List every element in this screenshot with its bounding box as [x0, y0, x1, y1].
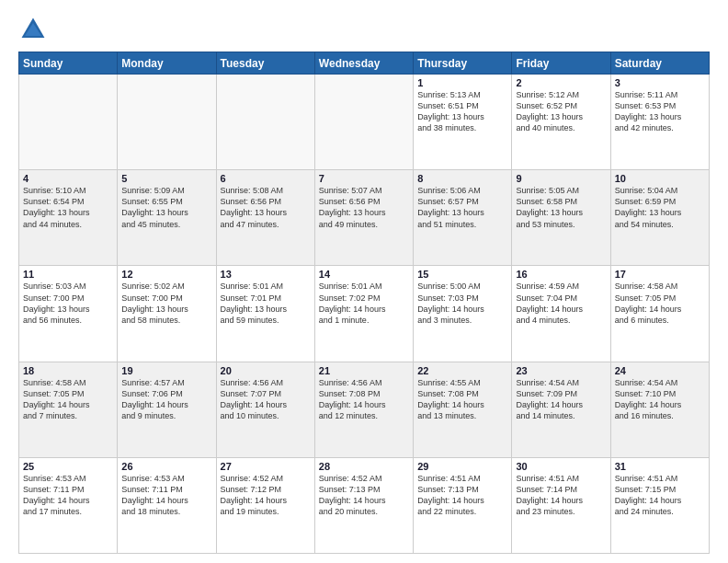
day-number: 13 [221, 269, 311, 280]
day-number: 5 [121, 173, 211, 184]
calendar-cell: 24Sunrise: 4:54 AM Sunset: 7:10 PM Dayli… [610, 362, 709, 457]
day-number: 9 [516, 173, 606, 184]
day-info: Sunrise: 4:56 AM Sunset: 7:08 PM Dayligh… [319, 377, 409, 422]
day-info: Sunrise: 5:03 AM Sunset: 7:00 PM Dayligh… [23, 281, 113, 326]
day-info: Sunrise: 5:06 AM Sunset: 6:57 PM Dayligh… [417, 185, 507, 230]
calendar-cell: 2Sunrise: 5:12 AM Sunset: 6:52 PM Daylig… [512, 75, 610, 170]
day-number: 30 [516, 461, 606, 472]
day-info: Sunrise: 5:01 AM Sunset: 7:01 PM Dayligh… [221, 281, 311, 326]
day-number: 7 [319, 173, 409, 184]
calendar-cell: 23Sunrise: 4:54 AM Sunset: 7:09 PM Dayli… [512, 362, 610, 457]
day-number: 2 [516, 77, 606, 88]
day-header-monday: Monday [118, 52, 216, 75]
day-number: 21 [319, 365, 409, 376]
calendar-cell: 16Sunrise: 4:59 AM Sunset: 7:04 PM Dayli… [512, 266, 610, 362]
day-number: 19 [121, 365, 211, 376]
calendar-cell: 7Sunrise: 5:07 AM Sunset: 6:56 PM Daylig… [314, 170, 413, 266]
day-number: 25 [23, 461, 113, 472]
calendar-cell: 19Sunrise: 4:57 AM Sunset: 7:06 PM Dayli… [118, 362, 216, 457]
day-info: Sunrise: 5:13 AM Sunset: 6:51 PM Dayligh… [417, 89, 507, 134]
calendar-cell: 27Sunrise: 4:52 AM Sunset: 7:12 PM Dayli… [216, 457, 314, 553]
day-info: Sunrise: 5:00 AM Sunset: 7:03 PM Dayligh… [417, 281, 507, 326]
calendar-cell: 3Sunrise: 5:11 AM Sunset: 6:53 PM Daylig… [610, 75, 709, 170]
calendar-cell: 17Sunrise: 4:58 AM Sunset: 7:05 PM Dayli… [610, 266, 709, 362]
day-info: Sunrise: 4:53 AM Sunset: 7:11 PM Dayligh… [23, 473, 113, 518]
calendar-week-1: 1Sunrise: 5:13 AM Sunset: 6:51 PM Daylig… [19, 75, 710, 170]
day-number: 6 [221, 173, 311, 184]
day-number: 28 [319, 461, 409, 472]
day-number: 4 [23, 173, 113, 184]
calendar-cell: 15Sunrise: 5:00 AM Sunset: 7:03 PM Dayli… [414, 266, 512, 362]
day-info: Sunrise: 5:04 AM Sunset: 6:59 PM Dayligh… [615, 185, 705, 230]
day-number: 1 [417, 77, 507, 88]
day-number: 31 [615, 461, 705, 472]
calendar-cell [314, 75, 413, 170]
day-number: 12 [121, 269, 211, 280]
calendar-cell: 29Sunrise: 4:51 AM Sunset: 7:13 PM Dayli… [414, 457, 512, 553]
day-info: Sunrise: 5:08 AM Sunset: 6:56 PM Dayligh… [221, 185, 311, 230]
day-info: Sunrise: 4:55 AM Sunset: 7:08 PM Dayligh… [417, 377, 507, 422]
day-number: 3 [615, 77, 705, 88]
day-number: 23 [516, 365, 606, 376]
day-info: Sunrise: 4:51 AM Sunset: 7:13 PM Dayligh… [417, 473, 507, 518]
day-info: Sunrise: 5:09 AM Sunset: 6:55 PM Dayligh… [121, 185, 211, 230]
day-header-wednesday: Wednesday [314, 52, 413, 75]
day-info: Sunrise: 5:11 AM Sunset: 6:53 PM Dayligh… [615, 89, 705, 134]
logo-icon [18, 15, 48, 44]
calendar-cell: 14Sunrise: 5:01 AM Sunset: 7:02 PM Dayli… [314, 266, 413, 362]
calendar-cell: 18Sunrise: 4:58 AM Sunset: 7:05 PM Dayli… [19, 362, 118, 457]
day-info: Sunrise: 4:52 AM Sunset: 7:12 PM Dayligh… [221, 473, 311, 518]
day-info: Sunrise: 5:05 AM Sunset: 6:58 PM Dayligh… [516, 185, 606, 230]
day-number: 11 [23, 269, 113, 280]
calendar-cell: 22Sunrise: 4:55 AM Sunset: 7:08 PM Dayli… [414, 362, 512, 457]
calendar-cell: 6Sunrise: 5:08 AM Sunset: 6:56 PM Daylig… [216, 170, 314, 266]
day-info: Sunrise: 4:52 AM Sunset: 7:13 PM Dayligh… [319, 473, 409, 518]
day-header-thursday: Thursday [414, 52, 512, 75]
day-header-friday: Friday [512, 52, 610, 75]
calendar-cell: 13Sunrise: 5:01 AM Sunset: 7:01 PM Dayli… [216, 266, 314, 362]
calendar-cell [118, 75, 216, 170]
page: SundayMondayTuesdayWednesdayThursdayFrid… [0, 0, 728, 563]
day-info: Sunrise: 5:02 AM Sunset: 7:00 PM Dayligh… [121, 281, 211, 326]
day-number: 24 [615, 365, 705, 376]
calendar-cell: 25Sunrise: 4:53 AM Sunset: 7:11 PM Dayli… [19, 457, 118, 553]
day-number: 16 [516, 269, 606, 280]
day-header-saturday: Saturday [610, 52, 709, 75]
calendar-week-4: 18Sunrise: 4:58 AM Sunset: 7:05 PM Dayli… [19, 362, 710, 457]
calendar-cell [216, 75, 314, 170]
day-info: Sunrise: 4:57 AM Sunset: 7:06 PM Dayligh… [121, 377, 211, 422]
calendar-week-5: 25Sunrise: 4:53 AM Sunset: 7:11 PM Dayli… [19, 457, 710, 553]
calendar-header-row: SundayMondayTuesdayWednesdayThursdayFrid… [19, 52, 710, 75]
day-number: 8 [417, 173, 507, 184]
day-number: 20 [221, 365, 311, 376]
day-number: 29 [417, 461, 507, 472]
calendar-cell: 30Sunrise: 4:51 AM Sunset: 7:14 PM Dayli… [512, 457, 610, 553]
day-number: 15 [417, 269, 507, 280]
day-number: 26 [121, 461, 211, 472]
day-info: Sunrise: 5:01 AM Sunset: 7:02 PM Dayligh… [319, 281, 409, 326]
calendar-cell: 1Sunrise: 5:13 AM Sunset: 6:51 PM Daylig… [414, 75, 512, 170]
day-number: 27 [221, 461, 311, 472]
calendar-cell: 8Sunrise: 5:06 AM Sunset: 6:57 PM Daylig… [414, 170, 512, 266]
day-number: 17 [615, 269, 705, 280]
day-info: Sunrise: 4:54 AM Sunset: 7:09 PM Dayligh… [516, 377, 606, 422]
calendar-cell [19, 75, 118, 170]
day-info: Sunrise: 4:59 AM Sunset: 7:04 PM Dayligh… [516, 281, 606, 326]
calendar-cell: 28Sunrise: 4:52 AM Sunset: 7:13 PM Dayli… [314, 457, 413, 553]
calendar-cell: 26Sunrise: 4:53 AM Sunset: 7:11 PM Dayli… [118, 457, 216, 553]
calendar-cell: 21Sunrise: 4:56 AM Sunset: 7:08 PM Dayli… [314, 362, 413, 457]
calendar-week-3: 11Sunrise: 5:03 AM Sunset: 7:00 PM Dayli… [19, 266, 710, 362]
day-info: Sunrise: 4:58 AM Sunset: 7:05 PM Dayligh… [23, 377, 113, 422]
header [18, 15, 710, 44]
day-info: Sunrise: 4:58 AM Sunset: 7:05 PM Dayligh… [615, 281, 705, 326]
calendar-cell: 4Sunrise: 5:10 AM Sunset: 6:54 PM Daylig… [19, 170, 118, 266]
calendar-cell: 12Sunrise: 5:02 AM Sunset: 7:00 PM Dayli… [118, 266, 216, 362]
logo [18, 15, 51, 44]
day-info: Sunrise: 4:51 AM Sunset: 7:15 PM Dayligh… [615, 473, 705, 518]
day-info: Sunrise: 4:53 AM Sunset: 7:11 PM Dayligh… [121, 473, 211, 518]
day-info: Sunrise: 4:56 AM Sunset: 7:07 PM Dayligh… [221, 377, 311, 422]
day-info: Sunrise: 5:12 AM Sunset: 6:52 PM Dayligh… [516, 89, 606, 134]
day-info: Sunrise: 4:54 AM Sunset: 7:10 PM Dayligh… [615, 377, 705, 422]
calendar-cell: 31Sunrise: 4:51 AM Sunset: 7:15 PM Dayli… [610, 457, 709, 553]
day-info: Sunrise: 4:51 AM Sunset: 7:14 PM Dayligh… [516, 473, 606, 518]
